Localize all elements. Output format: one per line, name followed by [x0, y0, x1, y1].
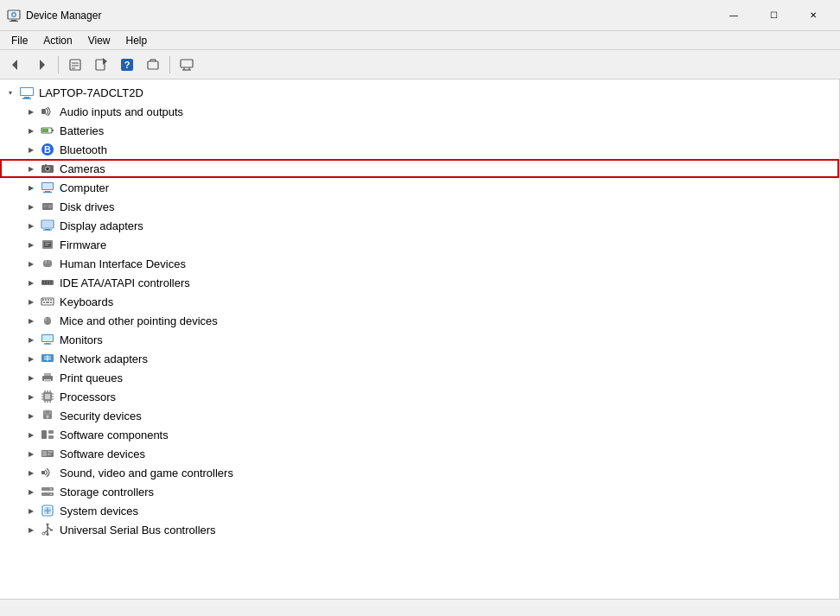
- hid-chevron: ▶: [24, 257, 38, 270]
- svg-rect-106: [48, 430, 54, 434]
- toolbar-properties[interactable]: [63, 54, 87, 76]
- svg-rect-24: [21, 88, 33, 95]
- firmware-label: Firmware: [60, 238, 106, 251]
- software-components-label: Software components: [60, 429, 169, 441]
- tree-root[interactable]: ▾ LAPTOP-7ADCLT2D: [0, 83, 839, 102]
- toolbar: ?: [0, 50, 840, 79]
- computer-chevron: ▶: [24, 181, 38, 194]
- svg-rect-59: [42, 281, 44, 284]
- toolbar-back[interactable]: [3, 54, 28, 76]
- close-button[interactable]: ✕: [793, 0, 833, 31]
- app-icon: [7, 9, 21, 22]
- maximize-button[interactable]: ☐: [754, 0, 793, 31]
- svg-rect-64: [42, 299, 44, 301]
- toolbar-forward[interactable]: [29, 54, 54, 76]
- firmware-icon: [40, 237, 55, 252]
- toolbar-uninstall[interactable]: [141, 54, 165, 76]
- sound-label: Sound, video and game controllers: [60, 467, 233, 479]
- tree-item-network[interactable]: ▶ Network adapters: [0, 349, 839, 368]
- tree-item-bluetooth[interactable]: ▶ B Bluetooth: [0, 140, 839, 159]
- tree-item-hid[interactable]: ▶ Human Interface Devices: [0, 254, 839, 273]
- tree-item-print[interactable]: ▶ Print queues: [0, 368, 839, 387]
- svg-point-43: [49, 206, 51, 207]
- monitors-icon: [40, 332, 55, 347]
- device-tree[interactable]: ▾ LAPTOP-7ADCLT2D ▶ Audio: [0, 79, 840, 599]
- print-chevron: ▶: [24, 371, 38, 384]
- display-label: Display adapters: [60, 219, 143, 232]
- svg-rect-38: [42, 183, 53, 189]
- svg-rect-60: [45, 281, 47, 284]
- tree-item-cameras[interactable]: ▶ Cameras: [0, 159, 839, 178]
- svg-rect-15: [148, 61, 158, 69]
- tree-item-batteries[interactable]: ▶ Batteries: [0, 121, 839, 140]
- toolbar-display[interactable]: [175, 54, 199, 76]
- computer-label: Computer: [60, 181, 109, 194]
- mice-chevron: ▶: [24, 314, 38, 327]
- minimize-button[interactable]: —: [714, 0, 754, 31]
- tree-item-monitors[interactable]: ▶ Monitors: [0, 330, 839, 349]
- tree-item-security[interactable]: ▶ Security devices: [0, 406, 839, 425]
- svg-rect-70: [50, 302, 52, 303]
- svg-rect-124: [50, 530, 53, 531]
- tree-item-display[interactable]: ▶ Display adapters: [0, 216, 839, 235]
- svg-rect-84: [44, 373, 51, 376]
- tree-item-processors[interactable]: ▶ Proces: [0, 387, 839, 406]
- security-chevron: ▶: [24, 409, 38, 422]
- tree-item-software-components[interactable]: ▶ Software components: [0, 425, 839, 444]
- tree-item-disk[interactable]: ▶ Disk drives: [0, 197, 839, 216]
- usb-chevron: ▶: [24, 523, 38, 537]
- tree-item-sound[interactable]: ▶ Sound, video and game controllers: [0, 463, 839, 482]
- storage-chevron: ▶: [24, 485, 38, 499]
- mice-label: Mice and other pointing devices: [60, 314, 218, 327]
- software-devices-label: Software devices: [60, 448, 145, 460]
- tree-item-keyboards[interactable]: ▶ Keyboards: [0, 292, 839, 311]
- tree-item-software-devices[interactable]: ▶ Software devices: [0, 444, 839, 463]
- tree-item-ide[interactable]: ▶ IDE ATA/ATAPI controllers: [0, 273, 839, 292]
- menu-file[interactable]: File: [3, 32, 35, 49]
- usb-icon: [40, 522, 55, 537]
- svg-rect-61: [48, 281, 49, 284]
- print-icon: [40, 370, 55, 385]
- toolbar-update[interactable]: [89, 54, 113, 76]
- tree-item-mice[interactable]: ▶ Mice and other pointing devices: [0, 311, 839, 330]
- svg-rect-53: [45, 244, 48, 245]
- svg-rect-65: [45, 299, 47, 301]
- bluetooth-chevron: ▶: [24, 143, 38, 156]
- processors-chevron: ▶: [24, 390, 38, 403]
- svg-marker-122: [46, 524, 49, 526]
- menu-help[interactable]: Help: [118, 32, 156, 49]
- tree-item-storage[interactable]: ▶ Storage controllers: [0, 482, 839, 501]
- svg-rect-19: [181, 60, 193, 67]
- audio-icon: [40, 104, 55, 119]
- toolbar-sep-2: [169, 56, 170, 73]
- svg-rect-112: [41, 471, 45, 474]
- svg-rect-72: [45, 317, 48, 321]
- tree-item-audio[interactable]: ▶ Audio inputs and outputs: [0, 102, 839, 121]
- mice-icon: [40, 313, 55, 328]
- svg-rect-109: [42, 451, 47, 456]
- system-icon: [40, 503, 55, 518]
- disk-label: Disk drives: [60, 200, 115, 213]
- system-label: System devices: [60, 505, 138, 518]
- svg-rect-86: [45, 380, 50, 381]
- tree-item-system[interactable]: ▶ System devices: [0, 501, 839, 520]
- ide-chevron: ▶: [24, 276, 38, 289]
- cameras-chevron: ▶: [24, 162, 38, 175]
- batteries-chevron: ▶: [24, 124, 38, 137]
- software-components-chevron: ▶: [24, 428, 38, 441]
- svg-rect-76: [42, 335, 53, 341]
- svg-rect-29: [52, 130, 54, 131]
- menu-action[interactable]: Action: [35, 32, 80, 49]
- svg-rect-68: [43, 302, 45, 303]
- tree-item-firmware[interactable]: ▶ Firmware: [0, 235, 839, 254]
- software-components-icon: [40, 427, 55, 442]
- svg-rect-73: [48, 317, 50, 321]
- tree-item-usb[interactable]: ▶ Universal Serial Bus controllers: [0, 520, 839, 539]
- toolbar-help[interactable]: ?: [115, 54, 139, 76]
- tree-item-computer[interactable]: ▶ Computer: [0, 178, 839, 197]
- menu-view[interactable]: View: [80, 32, 118, 49]
- svg-rect-69: [46, 302, 49, 303]
- display-chevron: ▶: [24, 219, 38, 232]
- monitors-label: Monitors: [60, 333, 103, 346]
- svg-rect-56: [48, 260, 50, 264]
